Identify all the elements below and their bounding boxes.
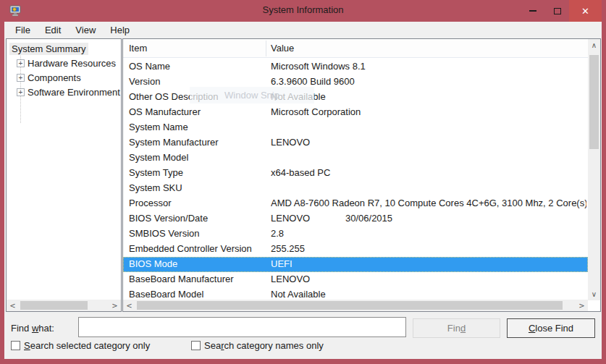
table-row[interactable]: Embedded Controller Version255.255	[123, 242, 588, 257]
titlebar[interactable]: System Information ✕	[0, 0, 606, 22]
scroll-right-icon[interactable]: >	[109, 300, 121, 311]
menu-file[interactable]: File	[8, 23, 38, 37]
item-cell: System SKU	[129, 182, 182, 193]
table-row[interactable]: BIOS Version/DateLENOVO30/06/2015	[123, 211, 588, 227]
value-cell: UEFI	[271, 258, 586, 269]
table-vscroll-thumb[interactable]	[589, 55, 599, 149]
table-horizontal-scrollbar[interactable]: < >	[123, 300, 588, 311]
category-tree-panel: System Summary+Hardware Resources+Compon…	[6, 38, 122, 312]
table-row[interactable]: System Typex64-based PC	[123, 166, 588, 181]
checkbox-icon[interactable]	[11, 341, 20, 350]
value-cell: AMD A8-7600 Radeon R7, 10 Compute Cores …	[271, 198, 586, 208]
table-row[interactable]: BIOS ModeUEFI	[123, 257, 588, 272]
scroll-right-icon[interactable]: >	[576, 300, 588, 311]
table-row[interactable]: System ManufacturerLENOVO	[123, 135, 588, 151]
item-cell: OS Name	[129, 61, 170, 72]
item-cell: Other OS Description	[129, 91, 219, 102]
table-hscroll-thumb[interactable]	[137, 301, 563, 310]
expand-plus-icon[interactable]: +	[17, 88, 25, 96]
table-row[interactable]: System Name	[123, 120, 588, 135]
value-cell: LENOVO	[271, 137, 586, 148]
scroll-up-icon[interactable]: ∧	[588, 39, 600, 51]
system-information-window: System Information ✕ FileEditViewHelp Sy…	[0, 0, 606, 364]
value-cell: 255.255	[271, 243, 586, 254]
table-row[interactable]: Other OS DescriptionNot Available	[123, 90, 588, 105]
item-cell: BIOS Mode	[129, 258, 177, 269]
tree-item-label: Components	[28, 72, 81, 83]
value-cell: x64-based PC	[271, 167, 586, 178]
maximize-icon	[554, 8, 561, 14]
item-cell: BaseBoard Model	[129, 289, 203, 300]
table-row[interactable]: System SKU	[123, 181, 588, 196]
menu-view[interactable]: View	[68, 23, 103, 37]
maximize-button[interactable]	[547, 0, 568, 22]
table-row[interactable]: ProcessorAMD A8-7600 Radeon R7, 10 Compu…	[123, 196, 588, 211]
value-cell: 2.8	[271, 228, 586, 239]
item-cell: OS Manufacturer	[129, 106, 201, 117]
details-table-panel: Item Value OS NameMicrosoft Windows 8.1V…	[122, 38, 601, 312]
column-header-value[interactable]: Value	[271, 43, 294, 54]
table-row[interactable]: System Model	[123, 151, 588, 166]
item-cell: Version	[129, 76, 160, 87]
tree-item-components[interactable]: +Components	[7, 70, 121, 85]
item-cell: SMBIOS Version	[129, 228, 200, 239]
category-tree: System Summary+Hardware Resources+Compon…	[7, 41, 121, 99]
menu-bar: FileEditViewHelp	[4, 22, 602, 38]
minimize-button[interactable]	[522, 0, 544, 22]
item-cell: Embedded Controller Version	[129, 243, 252, 254]
value-cell: 6.3.9600 Build 9600	[271, 76, 586, 87]
column-header-item[interactable]: Item	[129, 43, 147, 54]
find-input[interactable]	[78, 317, 406, 337]
search-options-row: Search selected category only Search cat…	[4, 340, 602, 356]
value-cell: LENOVO30/06/2015	[271, 213, 586, 224]
table-vertical-scrollbar[interactable]: ∧ ∨	[588, 39, 600, 300]
tree-item-label: Software Environment	[28, 87, 120, 98]
tree-hscroll-thumb[interactable]	[20, 301, 88, 310]
window-body: FileEditViewHelp System Summary+Hardware…	[4, 22, 602, 359]
tree-item-label: Hardware Resources	[28, 58, 116, 69]
find-what-label: Find what:	[11, 323, 54, 334]
value-cell: Microsoft Windows 8.1	[271, 61, 586, 72]
column-separator[interactable]	[266, 41, 266, 56]
table-row[interactable]: SMBIOS Version2.8	[123, 227, 588, 242]
item-cell: System Type	[129, 167, 183, 178]
value-cell: Not Available	[271, 91, 586, 102]
menu-edit[interactable]: Edit	[38, 23, 68, 37]
item-cell: System Manufacturer	[129, 137, 219, 148]
window-title: System Information	[0, 4, 606, 15]
close-icon: ✕	[581, 6, 589, 17]
search-selected-category-checkbox[interactable]: Search selected category only	[11, 340, 150, 351]
close-button[interactable]: ✕	[569, 0, 602, 22]
item-cell: BIOS Version/Date	[129, 213, 208, 224]
item-cell: BaseBoard Manufacturer	[129, 274, 234, 284]
item-cell: Processor	[129, 198, 172, 208]
table-row[interactable]: BaseBoard ManufacturerLENOVO	[123, 272, 588, 287]
search-category-names-label: Search category names only	[204, 340, 324, 351]
checkbox-icon[interactable]	[191, 341, 201, 350]
tree-item-system-summary[interactable]: System Summary	[7, 41, 121, 56]
value-cell: Not Available	[271, 289, 586, 300]
search-category-names-checkbox[interactable]: Search category names only	[191, 340, 324, 351]
close-find-button[interactable]: Close Find	[507, 318, 595, 338]
expand-plus-icon[interactable]: +	[17, 74, 25, 82]
table-row[interactable]: OS ManufacturerMicrosoft Corporation	[123, 105, 588, 120]
table-row[interactable]: Version6.3.9600 Build 9600	[123, 75, 588, 90]
tree-item-software-environment[interactable]: +Software Environment	[7, 85, 121, 99]
menu-help[interactable]: Help	[103, 23, 137, 37]
expand-plus-icon[interactable]: +	[17, 59, 25, 67]
item-cell: System Name	[129, 122, 188, 132]
minimize-icon	[529, 10, 536, 12]
item-cell: System Model	[129, 152, 188, 163]
table-row[interactable]: OS NameMicrosoft Windows 8.1	[123, 59, 588, 75]
table-rows: OS NameMicrosoft Windows 8.1Version6.3.9…	[123, 59, 588, 302]
search-selected-category-label: Search selected category only	[24, 340, 150, 351]
tree-item-label: System Summary	[9, 43, 88, 55]
scroll-left-icon[interactable]: <	[7, 300, 19, 311]
scroll-down-icon[interactable]: ∨	[588, 288, 600, 300]
tree-horizontal-scrollbar[interactable]: < >	[7, 300, 121, 311]
find-button[interactable]: Find	[413, 318, 500, 338]
value-cell: Microsoft Corporation	[271, 106, 586, 117]
scroll-left-icon[interactable]: <	[123, 300, 135, 311]
value-cell: LENOVO	[271, 274, 586, 284]
tree-item-hardware-resources[interactable]: +Hardware Resources	[7, 56, 121, 70]
